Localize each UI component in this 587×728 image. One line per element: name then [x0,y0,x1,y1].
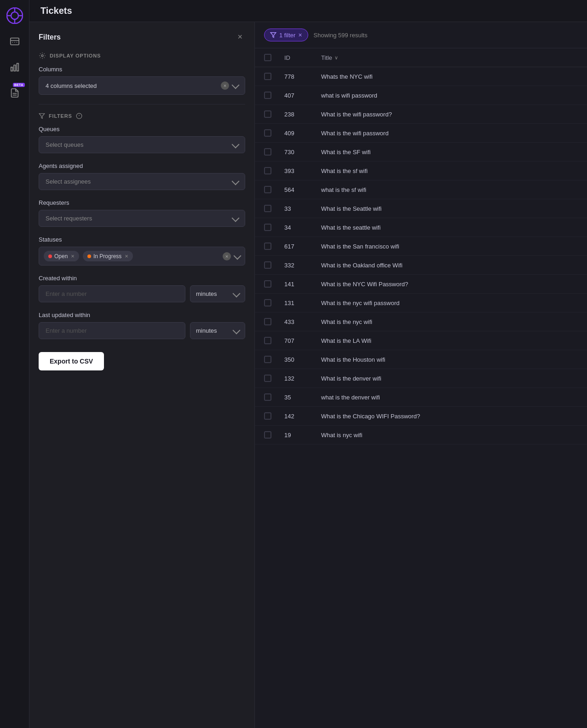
row-checkbox[interactable] [264,205,271,212]
filters-panel: Filters × DISPLAY OPTIONS Columns 4 colu… [29,22,255,728]
row-checkbox[interactable] [264,186,271,193]
table-row[interactable]: 19 What is nyc wifi [255,426,587,445]
filters-header: Filters × [39,31,245,43]
title-column-header[interactable]: Title ∨ [314,48,587,67]
row-title: what is wifi password [314,86,587,105]
table-row[interactable]: 393 What is the sf wifi [255,162,587,180]
table-row[interactable]: 33 What is the Seattle wifi [255,199,587,218]
row-title: What is the Seattle wifi [314,199,587,218]
id-column-header: ID [277,48,314,67]
row-id: 564 [277,180,314,199]
row-checkbox[interactable] [264,224,271,231]
close-filters-button[interactable]: × [235,31,245,43]
filter-badge[interactable]: 1 filter × [264,29,308,41]
row-title: what is the sf wifi [314,180,587,199]
last-updated-unit-select[interactable]: minutes [190,322,245,339]
results-count: Showing 599 results [314,32,368,39]
statuses-clear-icon[interactable]: × [223,252,231,260]
created-within-input[interactable] [39,285,185,302]
agents-label: Agents assigned [39,162,245,169]
columns-chevron-icon [232,81,240,89]
table-row[interactable]: 350 What is the Houston wifi [255,350,587,369]
table-row[interactable]: 707 What is the LA Wifi [255,331,587,350]
row-checkbox-cell [255,218,277,237]
row-id: 407 [277,86,314,105]
row-checkbox-cell [255,143,277,162]
select-all-header [255,48,277,67]
statuses-field[interactable]: Open × In Progress × × [39,247,245,266]
queues-select[interactable]: Select queues [39,136,245,153]
table-row[interactable]: 730 What is the SF wifi [255,143,587,162]
logo-icon[interactable] [6,7,23,24]
table-row[interactable]: 238 What is the wifi password? [255,105,587,124]
table-row[interactable]: 564 what is the sf wifi [255,180,587,199]
row-id: 778 [277,67,314,86]
table-row[interactable]: 409 What is the wifi password [255,124,587,143]
row-checkbox[interactable] [264,167,271,174]
table-row[interactable]: 141 What is the NYC Wifi Password? [255,275,587,294]
row-checkbox[interactable] [264,375,271,382]
row-checkbox-cell [255,67,277,86]
queues-label: Queues [39,126,245,133]
row-checkbox[interactable] [264,337,271,344]
row-title: What is the NYC Wifi Password? [314,275,587,294]
row-checkbox[interactable] [264,261,271,269]
row-checkbox[interactable] [264,318,271,325]
row-id: 409 [277,124,314,143]
divider-1 [39,104,245,104]
table-row[interactable]: 407 what is wifi password [255,86,587,105]
table-row[interactable]: 131 What is the nyc wifi password [255,294,587,312]
row-checkbox[interactable] [264,280,271,288]
row-checkbox[interactable] [264,243,271,250]
row-checkbox[interactable] [264,129,271,137]
last-updated-input[interactable] [39,322,185,339]
table-row[interactable]: 132 What is the denver wifi [255,369,587,388]
last-updated-label: Last updated within [39,312,245,318]
row-checkbox[interactable] [264,73,271,80]
row-checkbox-cell [255,331,277,350]
svg-rect-6 [10,38,18,45]
row-checkbox[interactable] [264,92,271,99]
row-checkbox-cell [255,86,277,105]
svg-marker-13 [39,114,45,119]
table-row[interactable]: 433 What is the nyc wifi [255,312,587,331]
select-all-checkbox[interactable] [264,54,271,61]
row-id: 35 [277,388,314,407]
columns-select[interactable]: 4 columns selected × [39,76,245,95]
table-row[interactable]: 778 Whats the NYC wifi [255,67,587,86]
docs-nav-item[interactable]: BETA [6,85,23,101]
columns-clear-icon[interactable]: × [221,81,229,90]
row-title: What is the San francisco wifi [314,237,587,256]
table-row[interactable]: 617 What is the San francisco wifi [255,237,587,256]
agents-select[interactable]: Select assignees [39,173,245,190]
requesters-select[interactable]: Select requesters [39,210,245,227]
row-title: What is the wifi password? [314,105,587,124]
row-checkbox[interactable] [264,356,271,363]
table-row[interactable]: 142 What is the Chicago WIFI Password? [255,407,587,426]
results-toolbar: 1 filter × Showing 599 results [255,22,587,48]
row-checkbox[interactable] [264,299,271,306]
remove-in-progress-tag-button[interactable]: × [125,253,128,260]
row-checkbox[interactable] [264,431,271,439]
remove-open-tag-button[interactable]: × [71,253,75,260]
filters-section-label: FILTERS [39,113,245,119]
export-csv-button[interactable]: Export to CSV [39,352,104,370]
analytics-nav-item[interactable] [6,59,23,75]
table-header: ID Title ∨ [255,48,587,67]
row-id: 433 [277,312,314,331]
table-row[interactable]: 332 What is the Oakland office Wifi [255,256,587,275]
row-checkbox[interactable] [264,412,271,420]
table-row[interactable]: 34 What is the seattle wifi [255,218,587,237]
row-checkbox[interactable] [264,148,271,156]
columns-label: Columns [39,66,245,73]
row-checkbox-cell [255,256,277,275]
remove-filter-badge-button[interactable]: × [298,31,302,39]
queues-chevron-icon [232,140,240,148]
row-checkbox[interactable] [264,110,271,118]
row-checkbox[interactable] [264,393,271,401]
created-within-unit-select[interactable]: minutes [190,285,245,302]
table-row[interactable]: 35 what is the denver wifi [255,388,587,407]
inbox-nav-item[interactable] [6,33,23,50]
row-title: What is the seattle wifi [314,218,587,237]
row-id: 238 [277,105,314,124]
